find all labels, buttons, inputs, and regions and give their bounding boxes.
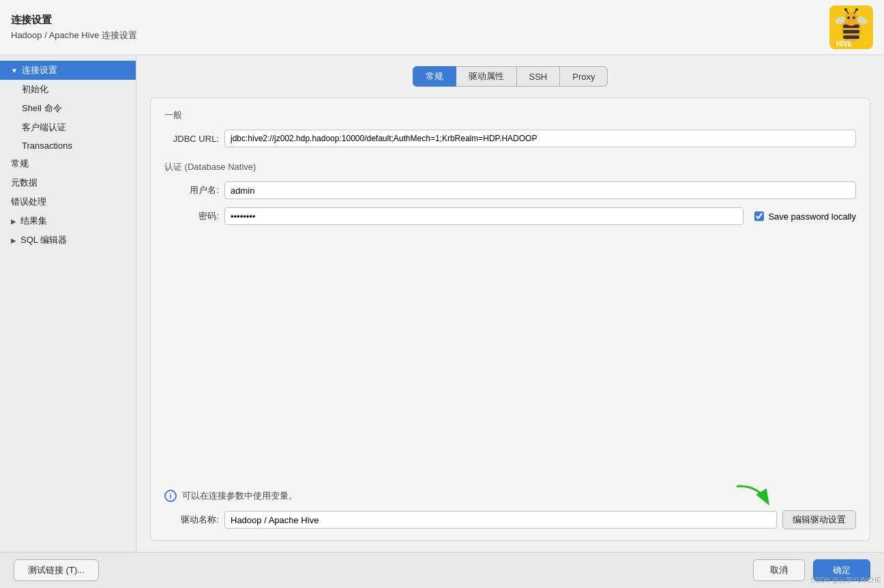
form-section: 一般 JDBC URL: 认证 (Database Native) 用户名: 密… (150, 98, 870, 541)
sidebar-item-transactions[interactable]: Transactions (0, 137, 136, 154)
driver-row: 驱动名称: 编辑驱动设置 (164, 510, 856, 529)
auth-section-title: 认证 (Database Native) (164, 161, 856, 173)
title-bar-left: 连接设置 Hadoop / Apache Hive 连接设置 (11, 14, 137, 42)
sidebar-item-result-set[interactable]: ▶ 结果集 (0, 211, 136, 231)
tab-bar: 常规 驱动属性 SSH Proxy (150, 66, 870, 87)
save-password-area: Save password locally (754, 211, 856, 222)
password-row: 密码: Save password locally (164, 207, 856, 225)
svg-point-9 (853, 16, 855, 19)
svg-text:HIVE: HIVE (836, 40, 853, 48)
section-title-general: 一般 (164, 109, 856, 121)
info-text: 可以在连接参数中使用变量。 (182, 490, 297, 502)
watermark: CSDN @云擎YUNCHE (811, 576, 882, 585)
cancel-button[interactable]: 取消 (753, 559, 805, 581)
main-content: ▼ 连接设置 初始化 Shell 命令 客户端认证 Transactions 常… (0, 55, 884, 552)
window-title: 连接设置 (11, 14, 137, 27)
form-spacer (164, 233, 856, 490)
bottom-bar: 测试链接 (T)... 取消 确定 (0, 552, 884, 588)
svg-point-8 (847, 16, 850, 19)
sidebar-item-client-auth[interactable]: 客户端认证 (0, 118, 136, 137)
tab-ssh[interactable]: SSH (517, 66, 561, 87)
tab-driver-props[interactable]: 驱动属性 (456, 66, 517, 87)
save-password-checkbox[interactable] (754, 211, 764, 221)
edit-driver-button[interactable]: 编辑驱动设置 (782, 510, 856, 529)
svg-rect-4 (843, 35, 859, 39)
sidebar-item-init[interactable]: 初始化 (0, 80, 136, 99)
tab-proxy[interactable]: Proxy (560, 66, 608, 87)
jdbc-url-input[interactable] (224, 130, 856, 147)
sidebar-item-error-handling[interactable]: 错误处理 (0, 192, 136, 211)
result-set-arrow-icon: ▶ (11, 218, 16, 225)
svg-point-5 (844, 12, 858, 26)
svg-point-13 (855, 8, 858, 11)
info-icon: i (164, 490, 177, 502)
driver-label: 驱动名称: (164, 514, 219, 526)
sidebar-item-sql-editor[interactable]: ▶ SQL 编辑器 (0, 231, 136, 250)
green-arrow-annotation (733, 483, 774, 510)
sidebar: ▼ 连接设置 初始化 Shell 命令 客户端认证 Transactions 常… (0, 55, 136, 552)
username-row: 用户名: (164, 181, 856, 199)
svg-rect-3 (843, 30, 859, 33)
password-label: 密码: (164, 210, 219, 222)
title-bar: 连接设置 Hadoop / Apache Hive 连接设置 HIVE (0, 0, 884, 55)
username-label: 用户名: (164, 184, 219, 196)
sidebar-item-metadata[interactable]: 元数据 (0, 173, 136, 192)
hive-logo-icon: HIVE (829, 5, 873, 49)
jdbc-label: JDBC URL: (164, 134, 219, 144)
password-input[interactable] (224, 207, 743, 225)
sidebar-item-general[interactable]: 常规 (0, 154, 136, 173)
test-connection-button[interactable]: 测试链接 (T)... (14, 559, 99, 581)
window-subtitle: Hadoop / Apache Hive 连接设置 (11, 29, 137, 42)
driver-name-input[interactable] (224, 511, 777, 529)
tab-general[interactable]: 常规 (413, 66, 456, 87)
sidebar-item-shell-command[interactable]: Shell 命令 (0, 99, 136, 118)
sidebar-item-connection-settings[interactable]: ▼ 连接设置 (0, 61, 136, 80)
sql-editor-arrow-icon: ▶ (11, 237, 16, 244)
right-panel: 常规 驱动属性 SSH Proxy 一般 JDBC URL: 认证 (Datab… (136, 55, 884, 552)
username-input[interactable] (224, 181, 856, 199)
svg-point-11 (844, 8, 847, 11)
expand-arrow-icon: ▼ (11, 67, 18, 74)
bottom-left: 测试链接 (T)... (14, 559, 99, 581)
save-password-label: Save password locally (768, 211, 856, 222)
jdbc-url-row: JDBC URL: (164, 130, 856, 147)
